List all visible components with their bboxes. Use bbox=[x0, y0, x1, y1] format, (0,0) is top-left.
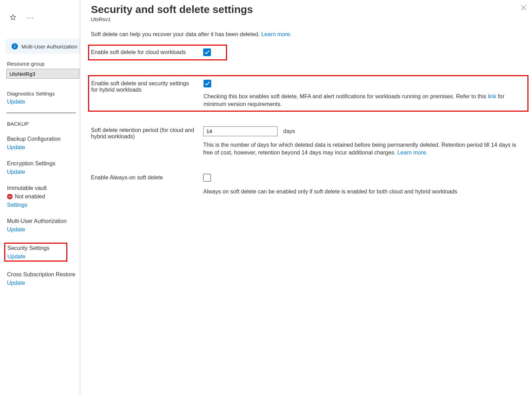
highlight-hybrid-soft-delete: Enable soft delete and security settings… bbox=[88, 75, 528, 112]
opt1-checkbox[interactable] bbox=[203, 48, 211, 56]
retention-label: Soft delete retention period (for cloud … bbox=[91, 126, 196, 157]
more-actions-icon[interactable]: ··· bbox=[27, 14, 34, 21]
panel-title: Security and soft delete settings bbox=[91, 4, 526, 15]
retention-helper: This is the number of days for which del… bbox=[203, 141, 526, 157]
immutable-settings-link[interactable]: Settings bbox=[7, 202, 80, 208]
security-label: Security Settings bbox=[7, 245, 64, 251]
diagnostics-update-link[interactable]: Update bbox=[7, 99, 80, 105]
mua-update-link[interactable]: Update bbox=[7, 226, 80, 233]
opt1-label: Enable soft delete for cloud workloads bbox=[91, 48, 196, 57]
sidebar-item-immutable: Immutable vault − Not enabled Settings bbox=[7, 185, 80, 208]
panel-subtitle: UtsRsv1 bbox=[91, 16, 526, 22]
security-update-link[interactable]: Update bbox=[7, 254, 64, 260]
intro-learn-more-link[interactable]: Learn more. bbox=[261, 31, 292, 37]
close-icon[interactable] bbox=[521, 5, 526, 12]
sidebar-item-cross-sub: Cross Subscription Restore Update bbox=[7, 271, 80, 286]
favorite-star-icon[interactable] bbox=[10, 14, 16, 21]
opt2-link[interactable]: link bbox=[488, 93, 496, 99]
not-enabled-icon: − bbox=[7, 194, 13, 199]
always-on-checkbox[interactable] bbox=[203, 174, 211, 182]
backup-config-update-link[interactable]: Update bbox=[7, 144, 80, 151]
highlight-security-settings: Security Settings Update bbox=[4, 243, 67, 262]
always-on-label: Enable Always-on soft delete bbox=[91, 174, 196, 196]
sidebar-item-encryption: Encryption Settings Update bbox=[7, 160, 80, 175]
backup-config-label: Backup Configuration bbox=[7, 136, 80, 142]
resource-group-value bbox=[6, 69, 79, 79]
opt2-helper: Checking this box enables soft delete, M… bbox=[204, 93, 525, 108]
info-icon: i bbox=[12, 43, 18, 50]
retention-unit: days bbox=[283, 128, 295, 134]
banner-text: Multi-User Authorization bbox=[21, 44, 77, 50]
immutable-status: Not enabled bbox=[15, 193, 45, 200]
backup-header: BACKUP bbox=[7, 121, 80, 127]
sidebar-item-mua: Multi-User Authorization Update bbox=[7, 218, 80, 233]
opt2-checkbox[interactable] bbox=[204, 80, 211, 87]
mua-info-banner[interactable]: i Multi-User Authorization bbox=[5, 39, 80, 54]
immutable-label: Immutable vault bbox=[7, 185, 80, 191]
intro-text: Soft delete can help you recover your da… bbox=[91, 31, 526, 38]
section-divider bbox=[6, 113, 76, 113]
resource-group-label: Resource group bbox=[7, 61, 80, 67]
mua-label: Multi-User Authorization bbox=[7, 218, 80, 224]
retention-input[interactable] bbox=[203, 126, 278, 136]
sidebar: ··· i Multi-User Authorization Resource … bbox=[0, 0, 80, 395]
always-on-helper: Always on soft delete can be enabled onl… bbox=[203, 188, 526, 196]
retention-learn-more-link[interactable]: Learn more. bbox=[397, 150, 427, 156]
opt2-label: Enable soft delete and security settings… bbox=[91, 80, 197, 108]
settings-panel: Security and soft delete settings UtsRsv… bbox=[80, 0, 532, 395]
always-on-row: Enable Always-on soft delete Always on s… bbox=[91, 174, 526, 196]
cross-sub-label: Cross Subscription Restore bbox=[7, 271, 80, 278]
cross-sub-update-link[interactable]: Update bbox=[7, 280, 80, 286]
sidebar-item-backup-config: Backup Configuration Update bbox=[7, 136, 80, 151]
encryption-update-link[interactable]: Update bbox=[7, 169, 80, 175]
diagnostics-label: Diagnostics Settings bbox=[7, 91, 80, 97]
svg-marker-0 bbox=[11, 15, 16, 20]
retention-row: Soft delete retention period (for cloud … bbox=[91, 126, 526, 157]
highlight-cloud-soft-delete: Enable soft delete for cloud workloads bbox=[88, 45, 227, 60]
encryption-label: Encryption Settings bbox=[7, 160, 80, 167]
